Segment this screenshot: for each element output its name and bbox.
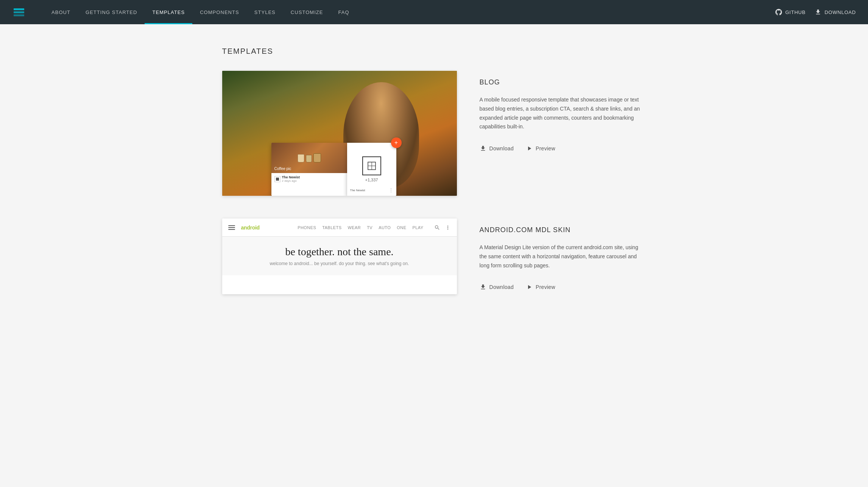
blog-preview-image: Coffee pic The Newist 2 days ago [222, 71, 457, 196]
download-header-label: Download [824, 9, 856, 15]
android-nav-bar: android PHONES TABLETS WEAR TV AUTO ONE … [222, 219, 457, 237]
cup1 [298, 154, 304, 162]
github-icon [775, 9, 782, 16]
android-headline: be together. not the same. [234, 246, 445, 258]
fab-icon: + [394, 139, 398, 146]
blog-preview-label: Preview [536, 145, 555, 151]
card-footer: The Newist ⋮ [350, 187, 393, 193]
blog-preview-icon [526, 145, 533, 152]
meta-text: The Newist 2 days ago [282, 175, 300, 183]
card-logo [362, 156, 381, 175]
hamburger-line1 [228, 225, 235, 226]
card-footer-dots: ⋮ [389, 187, 393, 193]
svg-rect-0 [14, 8, 24, 10]
android-hamburger-icon [228, 225, 235, 230]
android-preview-button[interactable]: Preview [526, 284, 555, 290]
cup2 [306, 155, 312, 162]
mobile-card-meta-left: The Newist 2 days ago [271, 173, 347, 185]
blog-actions: Download Preview [480, 145, 646, 152]
android-nav-icons [434, 225, 451, 231]
android-nav-play: PLAY [412, 225, 423, 230]
android-nav-auto: AUTO [379, 225, 391, 230]
android-actions: Download Preview [480, 284, 646, 290]
nav-item-faq[interactable]: FAQ [331, 0, 357, 24]
main-nav: ABOUT GETTING STARTED TEMPLATES COMPONEN… [44, 0, 775, 24]
mobile-card-right: +1,337 The Newist ⋮ [347, 143, 396, 196]
android-more-icon[interactable] [445, 225, 451, 231]
blog-download-icon [480, 145, 486, 152]
blog-description: A mobile focused responsive template tha… [480, 95, 646, 131]
android-preview-inner: android PHONES TABLETS WEAR TV AUTO ONE … [222, 219, 457, 294]
blog-title: BLOG [480, 78, 646, 86]
blog-download-label: Download [489, 145, 514, 151]
nav-item-customize[interactable]: CUSTOMIZE [283, 0, 331, 24]
android-logo: android [241, 225, 292, 231]
nav-item-styles[interactable]: STYLES [247, 0, 283, 24]
nav-item-components[interactable]: COMPONENTS [192, 0, 247, 24]
post-title: The Newist [282, 175, 300, 179]
android-nav-links: PHONES TABLETS WEAR TV AUTO ONE PLAY [298, 225, 423, 230]
nav-item-about[interactable]: ABOUT [44, 0, 78, 24]
svg-rect-2 [14, 14, 24, 16]
mobile-card-left: Coffee pic The Newist 2 days ago [271, 143, 347, 196]
android-info: ANDROID.COM MDL SKIN A Material Design L… [480, 219, 646, 294]
svg-rect-1 [14, 11, 24, 13]
android-download-button[interactable]: Download [480, 284, 514, 290]
android-download-icon [480, 284, 486, 290]
header-actions: GitHub Download [775, 9, 856, 16]
android-preview-label: Preview [536, 284, 555, 290]
page-title: TEMPLATES [222, 47, 646, 56]
logo[interactable] [12, 5, 26, 19]
mobile-cards-container: Coffee pic The Newist 2 days ago [271, 143, 396, 196]
template-section-android: android PHONES TABLETS WEAR TV AUTO ONE … [222, 219, 646, 294]
download-header-icon [815, 9, 821, 16]
card-footer-title: The Newist [350, 189, 365, 192]
android-nav-tv: TV [367, 225, 372, 230]
android-description: A Material Design Lite version of the cu… [480, 243, 646, 270]
nav-item-templates[interactable]: TEMPLATES [145, 0, 192, 24]
mobile-card-image: Coffee pic [271, 143, 347, 173]
android-nav-phones: PHONES [298, 225, 316, 230]
coffee-cups [298, 153, 321, 162]
android-preview-icon [526, 284, 533, 290]
coffee-label: Coffee pic [274, 167, 291, 171]
cup3 [313, 153, 321, 162]
android-download-label: Download [489, 284, 514, 290]
android-subtext: welcome to android... be yourself. do yo… [234, 261, 445, 266]
mobile-cards-wrapper: Coffee pic The Newist 2 days ago [271, 143, 396, 196]
blog-info: BLOG A mobile focused responsive templat… [480, 71, 646, 196]
blog-preview-button[interactable]: Preview [526, 145, 555, 152]
hamburger-line3 [228, 229, 235, 230]
github-button[interactable]: GitHub [775, 9, 806, 16]
android-content: be together. not the same. welcome to an… [222, 237, 457, 275]
download-header-button[interactable]: Download [815, 9, 856, 16]
github-label: GitHub [785, 9, 806, 15]
meta-icon [274, 176, 281, 182]
orange-fab[interactable]: + [391, 137, 402, 148]
blog-download-button[interactable]: Download [480, 145, 514, 152]
android-nav-one: ONE [397, 225, 406, 230]
android-nav-tablets: TABLETS [322, 225, 341, 230]
card-logo-svg [366, 160, 377, 172]
post-date: 2 days ago [282, 179, 300, 183]
blog-preview: Coffee pic The Newist 2 days ago [222, 71, 457, 196]
meta-icon-inner [276, 178, 279, 181]
header: ABOUT GETTING STARTED TEMPLATES COMPONEN… [0, 0, 868, 24]
template-section-blog: Coffee pic The Newist 2 days ago [222, 71, 646, 196]
main-content: TEMPLATES [207, 24, 661, 340]
card-count: +1,337 [365, 178, 378, 182]
nav-item-getting-started[interactable]: GETTING STARTED [78, 0, 145, 24]
android-title: ANDROID.COM MDL SKIN [480, 226, 646, 234]
android-nav-wear: WEAR [348, 225, 361, 230]
android-search-icon[interactable] [434, 225, 440, 231]
android-preview: android PHONES TABLETS WEAR TV AUTO ONE … [222, 219, 457, 294]
hamburger-line2 [228, 227, 235, 228]
